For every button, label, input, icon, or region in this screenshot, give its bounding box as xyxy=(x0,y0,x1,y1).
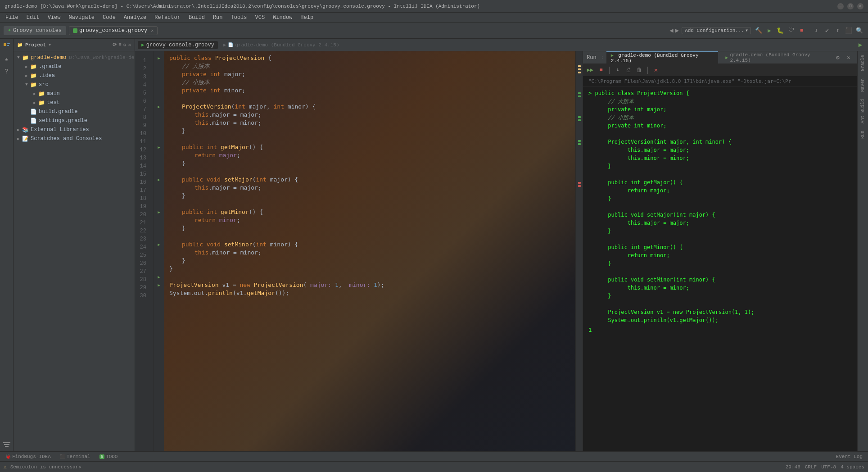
search-everywhere-icon[interactable]: 🔍 xyxy=(854,26,864,36)
status-message: Semicolon is unnecessary xyxy=(10,464,81,470)
menu-bar: File Edit View Navigate Code Analyze Ref… xyxy=(0,13,868,23)
menu-vcs[interactable]: VCS xyxy=(252,14,269,22)
print-icon[interactable]: 🖨 xyxy=(624,66,633,75)
run-gutter-line7[interactable]: ▶ xyxy=(154,103,164,111)
run-command-line: "C:\Program Files\Java\jdk1.8.0_171\bin\… xyxy=(583,77,857,86)
minimize-button[interactable]: ─ xyxy=(837,3,844,9)
right-tab-gradle[interactable]: Gradle xyxy=(859,53,866,73)
line-numbers: 12345 678910 1112131415 1617181920 21222… xyxy=(135,51,154,451)
right-tab-maven[interactable]: Maven xyxy=(859,77,866,94)
maximize-button[interactable]: □ xyxy=(847,3,854,9)
active-file-tab[interactable]: groovy_console.groovy ✕ xyxy=(69,26,158,35)
warning-icon: ⚠ xyxy=(4,464,7,470)
run-gutter-line20[interactable]: ▶ xyxy=(154,208,164,216)
vcs-commit-icon[interactable]: ✔ xyxy=(822,26,832,36)
code-line-28 xyxy=(169,273,570,281)
menu-window[interactable]: Window xyxy=(269,14,296,22)
menu-view[interactable]: View xyxy=(44,14,64,22)
code-line-26: } xyxy=(169,257,570,265)
run-icon[interactable]: ▶ xyxy=(764,26,774,36)
code-editor: 12345 678910 1112131415 1617181920 21222… xyxy=(135,51,583,451)
todo-tab[interactable]: 6 TODO xyxy=(96,453,122,460)
nav-back-icon[interactable]: ◀ xyxy=(669,27,673,34)
run-groovy-icon[interactable]: ▶ xyxy=(855,40,865,50)
menu-navigate[interactable]: Navigate xyxy=(65,14,98,22)
scroll-to-end-icon[interactable]: ⬇ xyxy=(613,66,622,75)
right-tab-ant-build[interactable]: Ant Build xyxy=(859,97,866,125)
menu-file[interactable]: File xyxy=(2,14,22,22)
menu-tools[interactable]: Tools xyxy=(227,14,251,22)
run-panel-settings-icon[interactable]: ⚙ xyxy=(833,53,843,63)
menu-refactor[interactable]: Refactor xyxy=(151,14,184,22)
code-line-13: return major; xyxy=(169,151,570,159)
build-icon[interactable]: 🔨 xyxy=(754,26,764,36)
run-gutter-line12[interactable]: ▶ xyxy=(154,143,164,151)
sync-icon[interactable]: ⟳ xyxy=(113,42,117,48)
tree-item-idea-folder[interactable]: ▶ 📁 .idea xyxy=(14,71,135,80)
tree-item-settings-gradle[interactable]: ▶ 📄 settings.gradle xyxy=(14,116,135,125)
run-gutter-line16[interactable]: ▶ xyxy=(154,176,164,184)
close-button[interactable]: ✕ xyxy=(857,3,863,9)
findbugs-tab[interactable]: 🐞 FindBugs-IDEA xyxy=(2,453,54,460)
stop-icon[interactable]: ■ xyxy=(797,26,807,36)
code-line-19 xyxy=(169,200,570,208)
tree-item-gradle-demo[interactable]: ▼ 📁 gradle-demo D:\Java_Work\gradle-demo xyxy=(14,53,135,62)
settings-icon[interactable]: ⚙ xyxy=(123,42,127,48)
stop-run-icon[interactable]: ■ xyxy=(597,66,606,75)
project-tool-window-icon[interactable] xyxy=(1,41,13,52)
code-area[interactable]: public class ProjectVersion { // 大版本 pri… xyxy=(164,51,575,451)
terminal-icon[interactable]: ⬛ xyxy=(844,26,854,36)
menu-run[interactable]: Run xyxy=(209,14,226,22)
tree-item-build-gradle[interactable]: ▶ 📄 build.gradle xyxy=(14,107,135,116)
event-log-tab[interactable]: Event Log xyxy=(832,453,866,460)
run-tab-1[interactable]: ▶ gradle-demo (Bundled Groovy 2.4.15) xyxy=(606,51,719,64)
code-line-21: return minor; xyxy=(169,216,570,224)
run-config-selector[interactable]: ▶ groovy_console.groovy xyxy=(138,41,218,49)
add-configuration-button[interactable]: Add Configuration... ▼ xyxy=(682,27,751,34)
favorites-icon[interactable]: ★ xyxy=(1,53,13,65)
terminal-tab[interactable]: ⬛ Terminal xyxy=(56,453,94,460)
tree-item-main-folder[interactable]: ▶ 📁 main xyxy=(14,89,135,98)
tree-item-src-folder[interactable]: ▼ 📁 src xyxy=(14,80,135,89)
run-gutter-line1[interactable]: ▶ xyxy=(154,54,164,62)
learn-icon[interactable]: ? xyxy=(1,66,13,77)
run-gutter-line24[interactable]: ▶ xyxy=(154,241,164,249)
run-output-line-21: return minor; xyxy=(588,251,852,259)
tree-item-gradle-folder[interactable]: ▶ 📁 .gradle xyxy=(14,62,135,71)
run-gutter-line29[interactable]: ▶ xyxy=(154,273,164,281)
run-panel-close-icon[interactable]: ✕ xyxy=(844,53,854,63)
menu-build[interactable]: Build xyxy=(185,14,208,22)
run-gutter-line30[interactable]: ▶ xyxy=(154,281,164,289)
vcs-push-icon[interactable]: ⬆ xyxy=(833,26,843,36)
debug-icon[interactable]: 🐛 xyxy=(775,26,785,36)
code-line-16: public void setMajor(int major) { xyxy=(169,176,570,184)
menu-code[interactable]: Code xyxy=(99,14,119,22)
rerun-icon[interactable]: ▶▶ xyxy=(586,66,595,75)
coverage-icon[interactable]: 🛡 xyxy=(786,26,796,36)
tree-item-test-folder[interactable]: ▶ 📁 test xyxy=(14,98,135,107)
left-sidebar-icons: ★ ? xyxy=(0,39,14,451)
gutter-mark-error2 xyxy=(578,185,581,187)
menu-analyze[interactable]: Analyze xyxy=(120,14,150,22)
groovy-consoles-tab[interactable]: ● Groovy consoles xyxy=(4,26,66,35)
nav-forward-icon[interactable]: ▶ xyxy=(675,27,679,34)
menu-help[interactable]: Help xyxy=(297,14,317,22)
code-line-27: } xyxy=(169,265,570,273)
tree-item-external-libs[interactable]: ▶ 📚 External Libraries xyxy=(14,125,135,134)
hide-icon[interactable]: ✕ xyxy=(128,42,131,48)
close-run-icon[interactable]: ✕ xyxy=(651,66,660,75)
svg-rect-5 xyxy=(5,446,9,447)
right-gutter xyxy=(575,51,583,451)
menu-edit[interactable]: Edit xyxy=(23,14,43,22)
run-output-line-26: } xyxy=(588,292,852,300)
structure-icon[interactable] xyxy=(1,440,13,451)
code-line-23 xyxy=(169,232,570,241)
vcs-update-icon[interactable]: ⬇ xyxy=(811,26,821,36)
collapse-icon[interactable]: ≡ xyxy=(118,42,122,48)
run-tab-2[interactable]: ▶ gradle-demo (Bundled Groovy 2.4.15) xyxy=(721,51,830,64)
tree-item-scratches-consoles[interactable]: ▶ 📝 Scratches and Consoles xyxy=(14,134,135,143)
right-tab-run[interactable]: Run xyxy=(859,129,866,141)
clear-icon[interactable]: 🗑 xyxy=(635,66,644,75)
run-output-line-28: ProjectVersion v1 = new ProjectVersion(1… xyxy=(588,308,852,316)
toolbar-actions: 🔨 ▶ 🐛 🛡 ■ xyxy=(754,26,807,36)
